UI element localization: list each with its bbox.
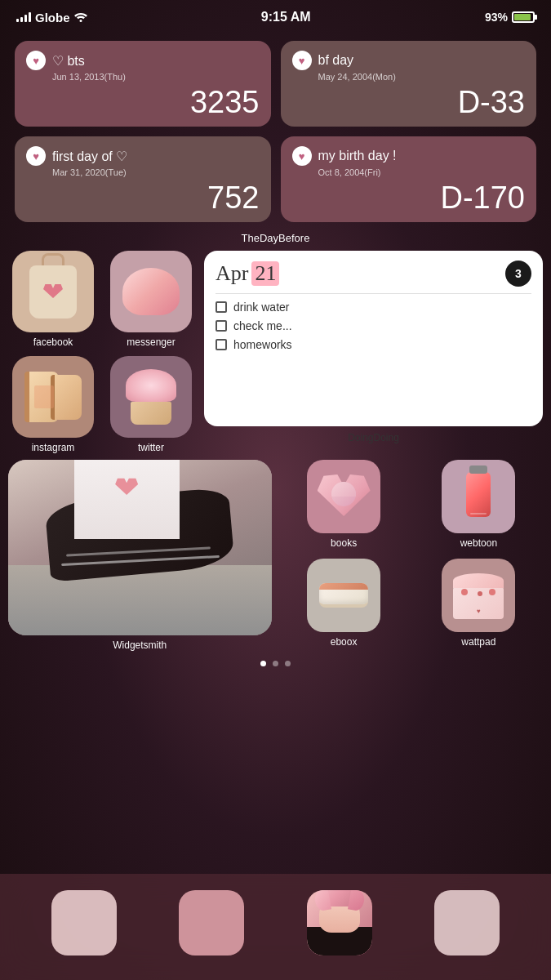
page-dot-2 [273,661,278,666]
widget-birthday-count: D-170 [441,180,526,216]
todo-date: Apr 21 [216,261,279,286]
carrier-label: Globe [35,11,70,24]
widget-birthday-date: Oct 8, 2004(Fri) [318,167,526,177]
signal-icon [16,12,31,22]
app-wattpad-label: wattpad [461,636,495,648]
app-instagram-label: instagram [32,442,75,453]
app-webtoon[interactable]: webtoon [415,460,543,552]
app-eboox[interactable]: eboox [280,559,408,651]
widget-birthday-title: my birth day ! [318,149,397,163]
widgetsmith-label: Widgetsmith [113,639,167,651]
time-display: 9:15 AM [261,10,311,24]
widget-bts-count: 3235 [190,85,260,120]
status-bar: Globe 9:15 AM 93% [0,0,551,29]
app-books-label: books [331,537,357,549]
app-eboox-label: eboox [331,636,358,648]
app-twitter[interactable]: twitter [106,356,196,453]
doing-widget[interactable]: Apr 21 3 drink water check me... homewor… [204,251,543,426]
checkbox-1[interactable] [216,301,227,313]
status-right: 93% [485,11,535,24]
daywidget-grid: ♥ ♡ bts Jun 13, 2013(Thu) 3235 ♥ bf day … [0,33,551,230]
wifi-icon [74,11,87,24]
todo-task-1[interactable]: drink water [216,301,531,314]
widget-bts-title: ♡ bts [52,53,85,69]
widget-bfday-count: D-33 [458,85,525,120]
widget-birthday[interactable]: ♥ my birth day ! Oct 8, 2004(Fri) D-170 [281,136,537,222]
doingdoing-label: DoingDoing [348,432,399,443]
widget-bfday-date: May 24, 2004(Mon) [318,72,526,82]
status-left: Globe [16,11,87,24]
todo-task-3[interactable]: homeworks [216,338,531,351]
page-dot-3 [285,661,291,666]
dock-icon-4[interactable] [434,890,500,956]
widget-bts[interactable]: ♥ ♡ bts Jun 13, 2013(Thu) 3235 [15,41,271,127]
todo-task-2[interactable]: check me... [216,319,531,332]
app-wattpad[interactable]: ♥ wattpad [415,559,543,651]
checkbox-3[interactable] [216,339,227,350]
thedaybefore-label: TheDayBefore [0,232,551,244]
widget-firstday-count: 752 [207,180,259,216]
battery-pct-label: 93% [485,11,508,24]
widget-bfday[interactable]: ♥ bf day May 24, 2004(Mon) D-33 [281,41,537,127]
pagination [0,661,551,666]
widget-firstday-title: first day of ♡ [52,149,127,164]
apps-section: facebook instagram [0,251,551,651]
svg-point-0 [79,20,82,22]
app-messenger-label: messenger [127,336,175,348]
app-facebook-label: facebook [33,336,73,348]
app-books[interactable]: books [280,460,408,552]
widget-firstday-date: Mar 31, 2020(Tue) [52,167,260,177]
battery-icon [512,11,535,23]
dock-icon-2[interactable] [179,890,244,956]
page-dot-1 [260,661,266,666]
widget-bts-date: Jun 13, 2013(Thu) [52,72,260,82]
task-3-text: homeworks [233,338,292,351]
todo-badge: 3 [505,261,531,287]
widget-bfday-title: bf day [318,53,354,68]
heart-icon-birthday: ♥ [292,146,312,166]
dock [0,874,551,980]
app-instagram[interactable]: instagram [8,356,98,453]
dock-icon-1[interactable] [51,890,117,956]
dock-avatar[interactable] [307,890,372,956]
app-webtoon-label: webtoon [460,537,497,549]
app-messenger[interactable]: messenger [106,251,196,348]
checkbox-2[interactable] [216,320,227,332]
heart-icon-firstday: ♥ [26,146,46,166]
widget-firstday[interactable]: ♥ first day of ♡ Mar 31, 2020(Tue) 752 [15,136,271,222]
task-2-text: check me... [233,319,292,332]
task-1-text: drink water [233,301,289,314]
widgetsmith-widget[interactable] [8,460,272,635]
heart-icon-bts: ♥ [26,51,46,70]
heart-icon-bfday: ♥ [292,51,312,70]
app-twitter-label: twitter [138,442,164,453]
app-facebook[interactable]: facebook [8,251,98,348]
